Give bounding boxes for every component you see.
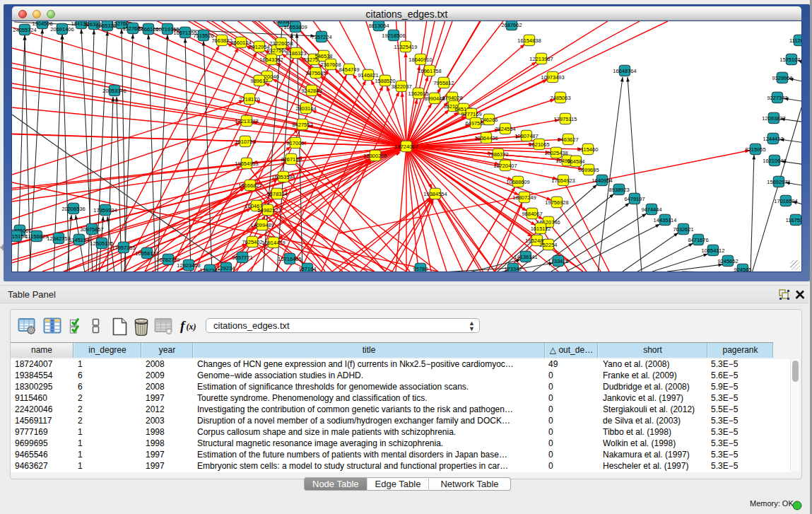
- svg-text:12093822: 12093822: [762, 115, 785, 122]
- svg-text:3875685: 3875685: [305, 70, 326, 76]
- svg-text:5498212: 5498212: [257, 207, 278, 214]
- svg-text:9474444: 9474444: [641, 206, 661, 213]
- svg-text:7986372: 7986372: [488, 151, 508, 158]
- svg-text:24055724: 24055724: [13, 27, 36, 33]
- svg-text:8813054: 8813054: [368, 23, 389, 29]
- svg-text:12505135: 12505135: [90, 240, 113, 247]
- svg-text:12213383: 12213383: [235, 118, 258, 124]
- svg-text:12213967: 12213967: [529, 56, 553, 62]
- svg-text:20364436: 20364436: [474, 135, 498, 141]
- svg-text:17957255: 17957255: [112, 245, 135, 251]
- svg-text:10958137: 10958137: [135, 250, 158, 257]
- svg-text:8267130: 8267130: [281, 156, 301, 163]
- svg-text:7955812: 7955812: [433, 80, 454, 86]
- svg-text:546538: 546538: [314, 53, 332, 59]
- svg-text:11156829: 11156829: [25, 233, 48, 240]
- svg-text:1640954: 1640954: [592, 177, 612, 184]
- svg-text:10688609: 10688609: [506, 179, 529, 185]
- svg-text:14435114: 14435114: [654, 217, 677, 223]
- svg-text:8471676: 8471676: [688, 237, 708, 243]
- svg-text:3824554: 3824554: [495, 126, 515, 132]
- svg-text:23226058: 23226058: [269, 40, 293, 47]
- svg-text:6794028: 6794028: [442, 95, 462, 101]
- svg-text:6479197: 6479197: [624, 196, 645, 202]
- svg-text:9884067: 9884067: [522, 211, 542, 217]
- svg-text:20053346: 20053346: [102, 88, 126, 94]
- svg-text:8427552: 8427552: [292, 122, 312, 128]
- svg-text:2718170: 2718170: [239, 96, 259, 103]
- svg-text:964584: 964584: [567, 158, 584, 165]
- svg-text:12342757: 12342757: [47, 235, 70, 242]
- svg-text:7632621: 7632621: [673, 226, 693, 233]
- svg-text:173342: 173342: [504, 266, 522, 272]
- svg-text:16154838: 16154838: [517, 37, 541, 44]
- svg-text:19654953: 19654953: [235, 160, 258, 167]
- svg-text:9115460: 9115460: [578, 146, 599, 153]
- svg-text:9777169: 9777169: [461, 111, 481, 117]
- svg-text:8454749: 8454749: [339, 66, 359, 73]
- svg-text:7515526: 7515526: [193, 33, 213, 39]
- svg-text:14136141: 14136141: [514, 254, 537, 260]
- svg-text:12923468: 12923468: [177, 262, 200, 269]
- svg-text:9227343: 9227343: [767, 95, 787, 101]
- svg-text:95780: 95780: [413, 266, 428, 272]
- svg-text:18724007: 18724007: [394, 144, 418, 150]
- svg-text:924565: 924565: [734, 267, 751, 272]
- svg-text:16914479: 16914479: [261, 240, 285, 246]
- svg-text:1904506: 1904506: [32, 21, 52, 27]
- svg-text:f: f: [180, 318, 186, 333]
- svg-text:5878334: 5878334: [266, 191, 287, 197]
- svg-text:16353594: 16353594: [271, 174, 295, 180]
- svg-text:16961758: 16961758: [418, 68, 441, 74]
- svg-text:917006: 917006: [286, 140, 304, 146]
- svg-text:129234: 129234: [217, 265, 235, 271]
- svg-text:9463627: 9463627: [558, 136, 578, 143]
- svg-text:746266: 746266: [480, 117, 498, 123]
- svg-text:8215955: 8215955: [745, 146, 765, 153]
- svg-text:1112853: 1112853: [789, 37, 801, 44]
- svg-text:7357224: 7357224: [311, 34, 331, 40]
- svg-text:16648764: 16648764: [613, 68, 636, 74]
- svg-text:7625402: 7625402: [242, 239, 262, 245]
- svg-text:15751074: 15751074: [779, 57, 801, 63]
- svg-text:7485063: 7485063: [550, 95, 570, 101]
- svg-text:9699695: 9699695: [578, 167, 599, 173]
- svg-text:8186323: 8186323: [286, 50, 306, 57]
- svg-text:8938923: 8938923: [608, 187, 629, 193]
- svg-text:18720407: 18720407: [493, 163, 517, 169]
- svg-text:1733426: 1733426: [548, 258, 568, 264]
- svg-text:10654112: 10654112: [702, 247, 725, 254]
- svg-text:15692971: 15692971: [767, 179, 790, 185]
- svg-text:7663822: 7663822: [211, 37, 232, 44]
- svg-text:20691406: 20691406: [50, 26, 73, 33]
- svg-text:18300295: 18300295: [363, 153, 387, 159]
- svg-text:30975857: 30975857: [80, 226, 103, 233]
- svg-text:3915154: 3915154: [12, 233, 27, 240]
- svg-text:19166827: 19166827: [238, 182, 261, 189]
- svg-text:15716485: 15716485: [278, 256, 301, 262]
- svg-text:157164: 157164: [298, 266, 316, 272]
- svg-text:16543362: 16543362: [259, 57, 283, 63]
- svg-text:1167531: 1167531: [786, 217, 801, 223]
- svg-text:17016504: 17016504: [774, 198, 797, 204]
- svg-text:1615112: 1615112: [531, 226, 551, 232]
- svg-text:10973493: 10973493: [541, 74, 564, 81]
- svg-text:9657771: 9657771: [232, 255, 252, 261]
- svg-text:17975115: 17975115: [554, 116, 577, 122]
- svg-text:14099489: 14099489: [250, 222, 273, 228]
- svg-text:10653809: 10653809: [283, 24, 307, 30]
- svg-text:17654923: 17654923: [551, 177, 575, 184]
- svg-text:16210643: 16210643: [763, 158, 786, 164]
- svg-text:(x): (x): [187, 322, 196, 332]
- svg-text:2687662: 2687662: [501, 22, 522, 28]
- svg-text:18640910: 18640910: [408, 57, 432, 63]
- svg-text:9245652: 9245652: [717, 258, 738, 264]
- svg-text:3822037: 3822037: [391, 83, 411, 90]
- svg-text:9329966: 9329966: [772, 75, 792, 81]
- svg-text:19218506: 19218506: [382, 33, 405, 39]
- svg-text:252254: 252254: [539, 242, 557, 248]
- svg-text:11325419: 11325419: [394, 44, 418, 50]
- svg-text:1621065: 1621065: [529, 141, 549, 148]
- svg-text:10807487: 10807487: [514, 133, 538, 139]
- svg-text:1010753: 1010753: [235, 139, 255, 145]
